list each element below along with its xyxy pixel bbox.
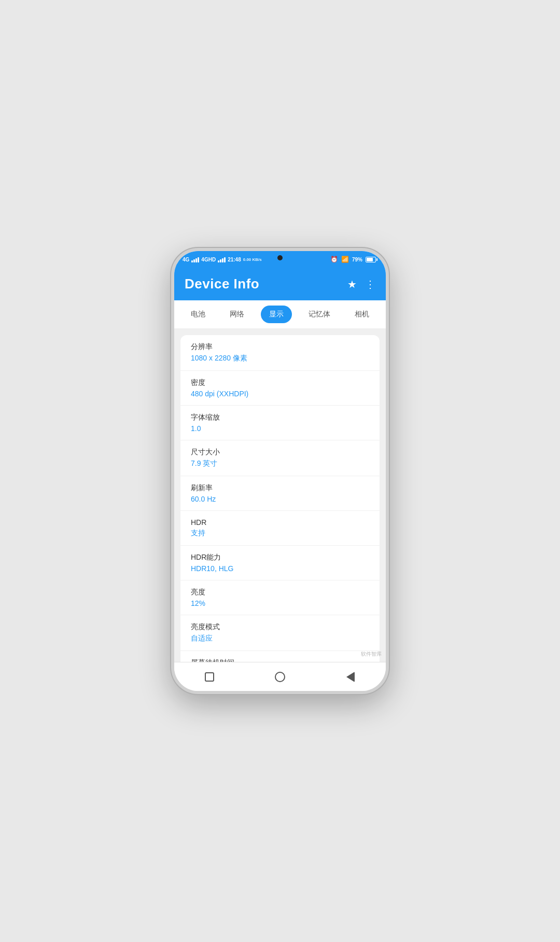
row-value-5: 支持 <box>191 529 369 538</box>
signal-4g-label: 4G <box>183 257 189 262</box>
battery-icon <box>366 257 377 262</box>
table-row: 亮度 12% <box>180 580 380 615</box>
row-label-4: 刷新率 <box>191 483 369 493</box>
table-row: 尺寸大小 7.9 英寸 <box>180 440 380 476</box>
camera-notch <box>277 255 283 260</box>
content-area: 分辨率 1080 x 2280 像素 密度 480 dpi (XXHDPI) 字… <box>174 329 386 662</box>
alarm-icon: ⏰ <box>330 256 338 263</box>
status-left: 4G 4GHD 21:48 0.00 KB/s <box>183 256 262 262</box>
row-label-9: 屏幕待机时间 <box>191 658 369 662</box>
speed-display: 0.00 KB/s <box>243 257 262 262</box>
table-row: 亮度模式 自适应 <box>180 615 380 651</box>
row-value-8: 自适应 <box>191 634 369 643</box>
table-row: 屏幕待机时间 120 秒 <box>180 651 380 662</box>
watermark: 软件智库 <box>361 650 382 658</box>
row-label-1: 密度 <box>191 378 369 387</box>
table-row: 字体缩放 1.0 <box>180 406 380 440</box>
side-button <box>388 334 389 365</box>
bottom-navigation <box>174 662 386 691</box>
row-value-1: 480 dpi (XXHDPI) <box>191 390 369 398</box>
back-icon <box>346 672 355 682</box>
table-row: HDR能力 HDR10, HLG <box>180 546 380 580</box>
row-label-3: 尺寸大小 <box>191 448 369 457</box>
tab-display[interactable]: 显示 <box>261 306 292 323</box>
star-button[interactable]: ★ <box>347 278 357 290</box>
table-row: 密度 480 dpi (XXHDPI) <box>180 371 380 406</box>
row-label-2: 字体缩放 <box>191 413 369 422</box>
signal-4ghd-label: 4GHD <box>201 257 216 262</box>
tab-network[interactable]: 网络 <box>221 306 253 323</box>
home-icon <box>275 672 285 682</box>
menu-button[interactable]: ⋮ <box>365 278 375 290</box>
phone-frame: 4G 4GHD 21:48 0.00 KB/s ⏰ 📶 79% <box>171 248 389 694</box>
row-label-6: HDR能力 <box>191 553 369 562</box>
header-icons: ★ ⋮ <box>347 278 375 290</box>
row-value-3: 7.9 英寸 <box>191 459 369 468</box>
table-row: 刷新率 60.0 Hz <box>180 476 380 511</box>
signal-icon-2 <box>218 256 226 262</box>
row-label-0: 分辨率 <box>191 342 369 352</box>
tab-battery[interactable]: 电池 <box>183 306 214 323</box>
nav-recent-button[interactable] <box>202 670 217 684</box>
row-label-5: HDR <box>191 518 369 527</box>
row-value-2: 1.0 <box>191 424 369 433</box>
nav-back-button[interactable] <box>343 670 358 684</box>
battery-percent: 79% <box>352 257 362 262</box>
recent-apps-icon <box>205 672 214 682</box>
status-right: ⏰ 📶 79% <box>330 256 377 263</box>
row-value-7: 12% <box>191 599 369 607</box>
signal-icon-1 <box>191 256 199 262</box>
tabs-container: 电池 网络 显示 记忆体 相机 <box>174 300 386 329</box>
wifi-icon: 📶 <box>341 256 349 263</box>
table-row: 分辨率 1080 x 2280 像素 <box>180 335 380 371</box>
app-header: Device Info ★ ⋮ <box>174 268 386 300</box>
nav-home-button[interactable] <box>273 670 287 684</box>
app-title: Device Info <box>185 276 259 292</box>
status-bar: 4G 4GHD 21:48 0.00 KB/s ⏰ 📶 79% <box>174 251 386 268</box>
tab-memory[interactable]: 记忆体 <box>300 306 339 323</box>
row-label-7: 亮度 <box>191 588 369 597</box>
display-info-card: 分辨率 1080 x 2280 像素 密度 480 dpi (XXHDPI) 字… <box>180 335 380 662</box>
table-row: HDR 支持 <box>180 511 380 546</box>
row-value-4: 60.0 Hz <box>191 495 369 503</box>
tab-camera[interactable]: 相机 <box>346 306 377 323</box>
row-value-0: 1080 x 2280 像素 <box>191 354 369 363</box>
time-display: 21:48 <box>228 257 241 262</box>
row-label-8: 亮度模式 <box>191 622 369 632</box>
row-value-6: HDR10, HLG <box>191 564 369 573</box>
